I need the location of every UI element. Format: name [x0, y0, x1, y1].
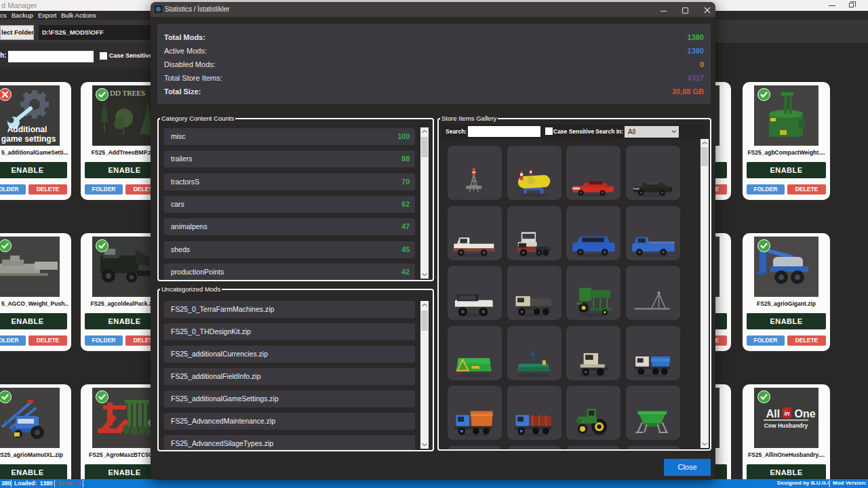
svg-text:game settings: game settings: [1, 134, 56, 144]
svg-text:in: in: [785, 410, 791, 417]
svg-text:One: One: [794, 408, 815, 420]
svg-text:DD TREES: DD TREES: [110, 89, 145, 97]
svg-text:Additional: Additional: [7, 125, 47, 134]
svg-text:All: All: [766, 408, 780, 420]
svg-text:Cow Husbandry: Cow Husbandry: [764, 422, 808, 429]
